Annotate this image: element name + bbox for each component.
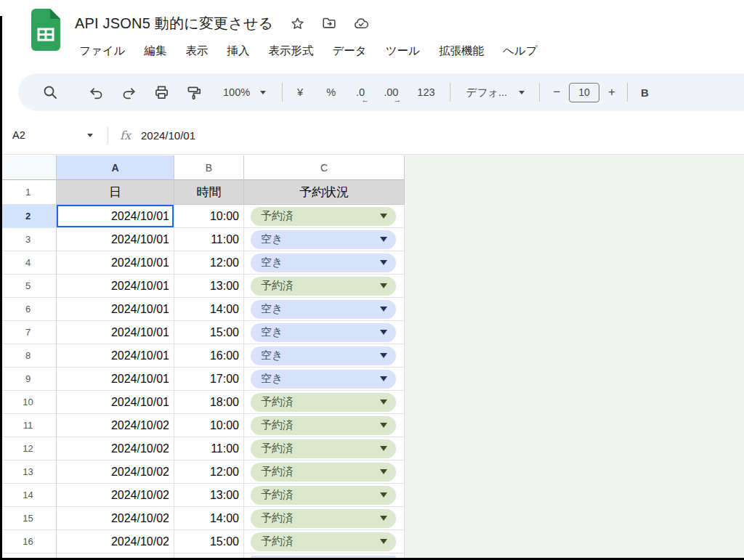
row-header[interactable]: 15 [0,507,57,530]
cell-status[interactable]: 予約済 [244,275,405,298]
column-header-b[interactable]: B [174,155,244,180]
cell-time[interactable]: 13:00 [174,275,244,298]
row-header[interactable]: 5 [0,275,57,298]
menu-item-5[interactable]: データ [323,41,376,62]
row-header[interactable]: 8 [0,344,57,368]
status-dropdown-chip[interactable]: 空き [251,370,396,389]
cell-status[interactable]: 予約済 [244,507,405,530]
row-header[interactable]: 2 [0,205,57,228]
row-header[interactable]: 16 [0,530,57,553]
cell-date[interactable]: 2024/10/01 [57,251,174,275]
cell-date[interactable]: 2024/10/02 [57,437,174,460]
zoom-caret-icon[interactable] [260,91,266,94]
cell-time-header[interactable]: 時間 [174,180,244,205]
cell-status[interactable]: 予約済 [244,484,405,507]
cell-date[interactable]: 2024/10/02 [57,460,174,484]
status-dropdown-chip[interactable]: 空き [251,300,396,319]
cell-date[interactable]: 2024/10/01 [57,228,174,251]
row-header[interactable]: 12 [0,437,57,460]
star-icon[interactable] [289,15,305,31]
paint-format-icon[interactable] [186,84,203,101]
cell-time[interactable]: 18:00 [174,391,244,414]
increase-font-size-button[interactable]: + [608,85,615,100]
row-header[interactable]: 4 [0,251,57,275]
status-dropdown-chip[interactable]: 予約済 [251,532,396,551]
cell-date[interactable]: 2024/10/02 [57,484,174,507]
row-header[interactable]: 7 [0,321,57,344]
cell-date[interactable]: 2024/10/01 [57,368,174,391]
cell-time[interactable]: 12:00 [174,251,244,275]
menu-item-1[interactable]: 編集 [134,41,176,62]
menu-item-4[interactable]: 表示形式 [259,41,323,62]
menu-item-7[interactable]: 拡張機能 [429,41,493,62]
status-dropdown-chip[interactable]: 予約済 [251,439,396,458]
cell-date[interactable]: 2024/10/01 [57,205,174,228]
cell-date[interactable]: 2024/10/02 [57,530,174,553]
status-dropdown-chip[interactable]: 予約済 [251,277,396,296]
cell-time[interactable]: 15:00 [174,530,244,553]
font-family-caret-icon[interactable] [519,91,525,94]
cell-time[interactable]: 14:00 [174,507,244,530]
cell-time[interactable]: 15:00 [174,321,244,344]
cloud-saved-icon[interactable] [353,15,369,31]
status-dropdown-chip[interactable]: 予約済 [251,486,396,505]
font-family-select[interactable]: デフォ... [466,86,508,100]
select-all-corner[interactable] [0,155,57,180]
increase-decimal-button[interactable]: .00→ [384,87,398,98]
cell-status[interactable]: 空き [244,298,405,321]
status-dropdown-chip[interactable]: 空き [251,346,396,365]
cell-time[interactable]: 10:00 [174,205,244,228]
cell-date[interactable]: 2024/10/01 [57,321,174,344]
cell-time[interactable]: 10:00 [174,414,244,437]
row-header[interactable]: 10 [0,391,57,414]
row-header[interactable]: 6 [0,298,57,321]
menu-item-0[interactable]: ファイル [70,41,134,62]
cell-status[interactable]: 予約済 [244,437,405,460]
cell-date[interactable]: 2024/10/01 [57,391,174,414]
menu-item-2[interactable]: 表示 [176,41,217,62]
row-header[interactable]: 3 [0,228,57,251]
row-header[interactable]: 14 [0,484,57,507]
font-size-input[interactable]: 10 [569,83,599,102]
currency-format-button[interactable]: ¥ [297,86,303,98]
cell-status[interactable]: 空き [244,321,405,344]
cell-time[interactable]: 13:00 [174,484,244,507]
row-header[interactable]: 11 [0,414,57,437]
row-header[interactable]: 1 [0,180,57,205]
status-dropdown-chip[interactable]: 予約済 [251,416,396,435]
undo-icon[interactable] [88,84,105,101]
cell-time[interactable]: 11:00 [174,228,244,251]
number-format-button[interactable]: 123 [417,86,434,98]
redo-icon[interactable] [121,84,137,101]
cell-date[interactable]: 2024/10/02 [57,414,174,437]
print-icon[interactable] [153,84,170,101]
menu-item-6[interactable]: ツール [376,41,429,62]
cell-status[interactable]: 予約済 [244,460,405,484]
row-header[interactable]: 9 [0,368,57,391]
formula-input[interactable]: 2024/10/01 [141,129,195,142]
cell-time[interactable]: 16:00 [174,344,244,368]
document-title[interactable]: API JSON5 動的に変更させる [75,14,273,33]
cell-date[interactable]: 2024/10/01 [57,344,174,368]
cell-status[interactable]: 空き [244,344,405,368]
cell-status[interactable]: 予約済 [244,391,405,414]
status-dropdown-chip[interactable]: 空き [251,230,396,249]
cell-status[interactable]: 空き [244,228,405,251]
row-header[interactable]: 13 [0,460,57,484]
cell-date[interactable]: 2024/10/01 [57,298,174,321]
cell-time[interactable]: 14:00 [174,298,244,321]
cell-time[interactable]: 17:00 [174,368,244,391]
cell-status[interactable]: 空き [244,251,405,275]
status-dropdown-chip[interactable]: 予約済 [251,393,396,412]
move-to-folder-icon[interactable] [321,15,337,31]
cell-status[interactable]: 空き [244,368,405,391]
cell-status[interactable]: 予約済 [244,530,405,553]
menu-item-8[interactable]: ヘルプ [493,41,547,62]
cell-time[interactable]: 11:00 [174,437,244,460]
column-header-c[interactable]: C [244,155,405,180]
cell-date[interactable]: 2024/10/01 [57,275,174,298]
status-dropdown-chip[interactable]: 予約済 [251,509,396,528]
name-box[interactable]: A2 [0,129,108,141]
cell-status[interactable]: 予約済 [244,205,405,228]
sheets-logo-icon[interactable] [31,9,60,51]
